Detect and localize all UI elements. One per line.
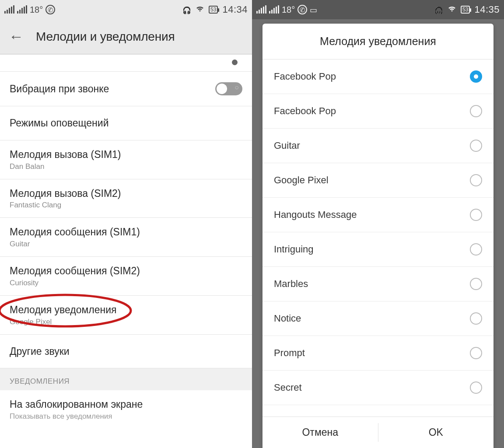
radio-option[interactable]: Marbles [262,267,494,301]
radio-icon[interactable] [470,140,482,152]
clock: 14:35 [474,4,500,15]
radio-label: Marbles [274,278,470,290]
radio-icon[interactable] [470,209,482,221]
radio-option[interactable]: Secret [262,371,494,405]
row-sublabel: Google Pixel [10,318,242,326]
row-ringtone-sim2[interactable]: Мелодия вызова (SIM2) Fantastic Clang [0,179,252,218]
ringtone-dialog: Мелодия уведомления Facebook PopFacebook… [262,24,494,448]
radio-icon[interactable] [470,347,482,359]
signal-icon-2 [17,6,27,14]
radio-label: Facebook Pop [274,105,470,117]
row-sublabel: Fantastic Clang [10,201,242,210]
row-sublabel: Curiosity [10,279,242,287]
radio-label: Google Pixel [274,175,470,186]
row-label: Вибрация при звонке [10,83,215,95]
signal-icon [256,6,266,14]
headphones-icon [434,5,443,15]
wifi-icon [196,5,204,15]
slider-knob-icon [227,58,242,66]
row-ringtone-sim1[interactable]: Мелодия вызова (SIM1) Dan Balan [0,140,252,179]
viber-icon [46,5,55,14]
row-vibrate-on-call[interactable]: Вибрация при звонке [0,72,252,106]
radio-icon[interactable] [470,382,482,394]
dialog-title: Мелодия уведомления [262,24,494,60]
back-icon[interactable]: ← [9,28,24,45]
row-sublabel: Dan Balan [10,162,242,171]
radio-icon[interactable] [470,70,482,83]
signal-icon [4,6,14,14]
radio-option[interactable]: Guitar [262,129,494,163]
radio-option[interactable]: Google Pixel [262,163,494,198]
clock: 14:34 [222,4,248,15]
row-label: Мелодия уведомления [10,304,242,316]
row-notification-tone[interactable]: Мелодия уведомления Google Pixel [0,296,252,335]
temperature-indicator: 18° [30,5,43,15]
radio-label: Prompt [274,347,470,359]
signal-icon-2 [269,6,279,14]
radio-option[interactable]: Facebook Pop [262,60,494,94]
row-sublabel: Показывать все уведомления [10,412,242,421]
radio-label: Secret [274,382,470,393]
row-alert-modes[interactable]: Режимы оповещений [0,106,252,140]
row-message-sim1[interactable]: Мелодия сообщения (SIM1) Guitar [0,218,252,257]
row-truncated-top[interactable] [0,54,252,72]
ringtone-picker-screen: 18° 53 14:35 Мелодия уведомления Faceboo… [252,0,504,448]
radio-icon[interactable] [470,312,482,325]
ok-button[interactable]: OK [378,417,494,448]
page-title: Мелодии и уведомления [36,30,175,44]
radio-icon[interactable] [470,174,482,186]
row-lock-screen[interactable]: На заблокированном экране Показывать все… [0,390,252,429]
cancel-button[interactable]: Отмена [262,417,378,448]
row-label: Другие звуки [10,345,242,358]
row-label: Мелодия сообщения (SIM1) [10,226,242,238]
headphones-icon [182,5,191,15]
radio-icon[interactable] [470,243,482,256]
radio-option[interactable]: Facebook Pop [262,94,494,129]
dialog-buttons: Отмена OK [262,416,494,448]
image-icon [310,5,317,15]
settings-screen: 18° 53 14:34 ← Мелодии и уведомления Виб… [0,0,252,448]
row-label: На заблокированном экране [10,398,242,411]
radio-label: Hangouts Message [274,209,470,220]
radio-label: Intriguing [274,244,470,255]
toggle-switch[interactable] [215,82,242,95]
radio-label: Facebook Pop [274,71,470,82]
radio-option[interactable]: Notice [262,301,494,336]
row-message-sim2[interactable]: Мелодия сообщения (SIM2) Curiosity [0,257,252,296]
radio-label: Notice [274,313,470,324]
radio-list[interactable]: Facebook PopFacebook PopGuitarGoogle Pix… [262,60,494,416]
radio-label: Guitar [274,140,470,151]
section-header-notifications: УВЕДОМЛЕНИЯ [0,368,252,390]
row-label: Режимы оповещений [10,117,242,130]
row-label: Мелодия сообщения (SIM2) [10,265,242,277]
radio-option[interactable]: Hangouts Message [262,198,494,232]
viber-icon [298,5,307,14]
row-other-sounds[interactable]: Другие звуки [0,335,252,369]
settings-list: Вибрация при звонке Режимы оповещений Ме… [0,54,252,429]
radio-option[interactable]: Prompt [262,336,494,371]
wifi-icon [448,5,456,15]
status-bar: 18° 53 14:34 [0,0,252,19]
row-label: Мелодия вызова (SIM1) [10,148,242,161]
battery-icon: 53 [461,6,470,14]
status-bar: 18° 53 14:35 [252,0,504,19]
temperature-indicator: 18° [282,5,295,15]
row-label: Мелодия вызова (SIM2) [10,187,242,200]
radio-icon[interactable] [470,105,482,117]
radio-icon[interactable] [470,278,482,290]
app-header: ← Мелодии и уведомления [0,19,252,54]
battery-icon: 53 [209,6,218,14]
row-sublabel: Guitar [10,240,242,248]
radio-option[interactable]: Intriguing [262,232,494,267]
